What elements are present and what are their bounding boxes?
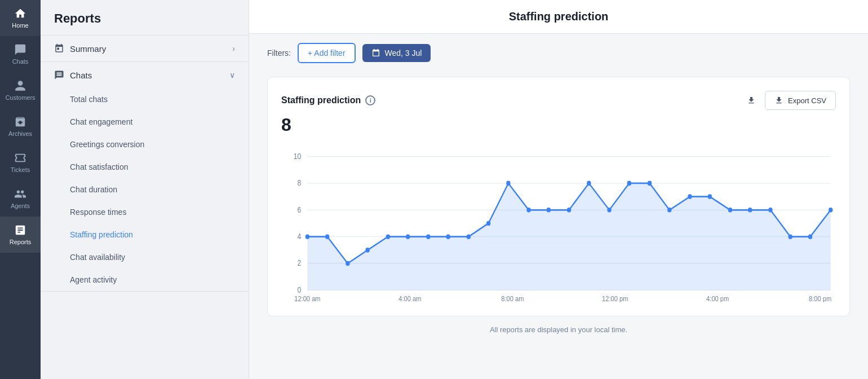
- svg-text:10: 10: [294, 152, 301, 161]
- data-point: [325, 234, 329, 239]
- data-point: [446, 234, 450, 239]
- data-point: [526, 208, 530, 213]
- sidebar: Reports Summary › Chats ∨ Total chats Ch…: [41, 0, 249, 379]
- svg-text:8:00 am: 8:00 am: [501, 294, 524, 302]
- data-point: [486, 221, 490, 226]
- sidebar-item-chat-satisfaction[interactable]: Chat satisfaction: [41, 156, 249, 178]
- chats-section-header[interactable]: Chats ∨: [41, 62, 249, 88]
- data-point: [467, 234, 471, 239]
- sidebar-item-response-times[interactable]: Response times: [41, 201, 249, 223]
- svg-text:8:00 pm: 8:00 pm: [809, 294, 831, 302]
- export-csv-button[interactable]: Export CSV: [765, 91, 836, 110]
- data-point: [607, 208, 611, 213]
- data-point: [386, 234, 390, 239]
- export-icon: [774, 96, 783, 105]
- chart-card: Staffing prediction i Export CSV 8: [267, 77, 850, 316]
- agents-icon: [14, 188, 26, 200]
- nav-reports[interactable]: Reports: [0, 217, 41, 253]
- data-point: [808, 234, 812, 239]
- data-point: [688, 194, 692, 199]
- svg-text:6: 6: [298, 205, 302, 214]
- data-point: [365, 248, 369, 253]
- date-filter-button[interactable]: Wed, 3 Jul: [362, 44, 431, 62]
- data-point: [708, 194, 712, 199]
- chart-title-area: Staffing prediction i: [281, 95, 375, 105]
- chart-header: Staffing prediction i Export CSV: [281, 91, 836, 110]
- data-point: [829, 208, 832, 213]
- archives-icon: [14, 116, 26, 128]
- chart-title: Staffing prediction: [281, 95, 361, 105]
- sidebar-title: Reports: [41, 0, 249, 36]
- line-chart: 10 8 6 4 2 0 12:00 am 4:00 am: [281, 144, 836, 302]
- data-point: [305, 234, 309, 239]
- nav-agents-label: Agents: [11, 202, 30, 209]
- data-point: [506, 181, 510, 186]
- nav-chats[interactable]: Chats: [0, 36, 41, 72]
- svg-text:4:00 pm: 4:00 pm: [706, 294, 729, 302]
- calendar-icon: [54, 43, 64, 54]
- footer-note: All reports are displayed in your local …: [267, 316, 850, 343]
- summary-label: Summary: [70, 44, 106, 54]
- data-point: [728, 208, 732, 213]
- svg-text:0: 0: [298, 285, 302, 294]
- chats-subitems: Total chats Chat engagement Greetings co…: [41, 88, 249, 291]
- sidebar-section-summary: Summary ›: [41, 36, 249, 62]
- data-point: [627, 181, 631, 186]
- sidebar-item-chat-engagement[interactable]: Chat engagement: [41, 111, 249, 133]
- svg-text:12:00 am: 12:00 am: [294, 294, 320, 302]
- data-point: [406, 234, 410, 239]
- nav-archives[interactable]: Archives: [0, 108, 41, 144]
- svg-text:4: 4: [298, 232, 302, 241]
- sidebar-item-total-chats[interactable]: Total chats: [41, 88, 249, 111]
- sidebar-section-chats: Chats ∨ Total chats Chat engagement Gree…: [41, 62, 249, 292]
- data-point: [567, 208, 571, 213]
- summary-chevron: ›: [232, 44, 235, 53]
- summary-section-header[interactable]: Summary ›: [41, 36, 249, 61]
- chats-chevron: ∨: [229, 70, 235, 80]
- data-point: [667, 208, 671, 213]
- nav-agents[interactable]: Agents: [0, 180, 41, 217]
- nav-customers[interactable]: Customers: [0, 72, 41, 108]
- nav-home[interactable]: Home: [0, 0, 41, 36]
- data-point: [789, 234, 792, 239]
- info-icon[interactable]: i: [365, 95, 375, 105]
- nav-customers-label: Customers: [5, 94, 35, 101]
- date-label: Wed, 3 Jul: [385, 49, 422, 58]
- nav-tickets[interactable]: Tickets: [0, 144, 41, 180]
- main-scroll-area: Staffing prediction i Export CSV 8: [249, 72, 868, 379]
- svg-text:2: 2: [298, 259, 302, 268]
- sidebar-item-greetings-conversion[interactable]: Greetings conversion: [41, 133, 249, 156]
- chat-bubble-icon: [54, 70, 64, 80]
- data-point: [648, 181, 652, 186]
- chats-section-label: Chats: [70, 70, 92, 80]
- data-point: [346, 261, 349, 266]
- export-label: Export CSV: [788, 96, 826, 105]
- svg-text:8: 8: [298, 178, 302, 187]
- main-content-area: Staffing prediction Filters: + Add filte…: [249, 0, 868, 379]
- nav-tickets-label: Tickets: [11, 166, 30, 173]
- data-point: [426, 234, 430, 239]
- svg-text:12:00 pm: 12:00 pm: [602, 294, 628, 302]
- add-filter-button[interactable]: + Add filter: [298, 43, 356, 63]
- customers-icon: [14, 80, 26, 92]
- tickets-icon: [14, 152, 26, 164]
- data-point: [748, 208, 752, 213]
- nav-reports-label: Reports: [10, 239, 32, 245]
- chart-value: 8: [281, 114, 836, 135]
- nav-archives-label: Archives: [8, 130, 32, 137]
- nav-home-label: Home: [12, 22, 28, 29]
- download-area: [747, 96, 756, 105]
- chat-icon: [14, 43, 26, 56]
- home-icon: [14, 7, 26, 20]
- sidebar-item-chat-availability[interactable]: Chat availability: [41, 246, 249, 268]
- chart-container: 10 8 6 4 2 0 12:00 am 4:00 am: [281, 144, 836, 302]
- sidebar-item-chat-duration[interactable]: Chat duration: [41, 178, 249, 201]
- download-icon: [747, 96, 756, 105]
- filters-label: Filters:: [267, 49, 291, 58]
- toolbar: Filters: + Add filter Wed, 3 Jul: [249, 34, 868, 72]
- nav-chats-label: Chats: [12, 58, 29, 65]
- sidebar-item-agent-activity[interactable]: Agent activity: [41, 268, 249, 291]
- page-title: Staffing prediction: [249, 0, 868, 34]
- data-point: [768, 208, 772, 213]
- sidebar-item-staffing-prediction[interactable]: Staffing prediction: [41, 223, 249, 246]
